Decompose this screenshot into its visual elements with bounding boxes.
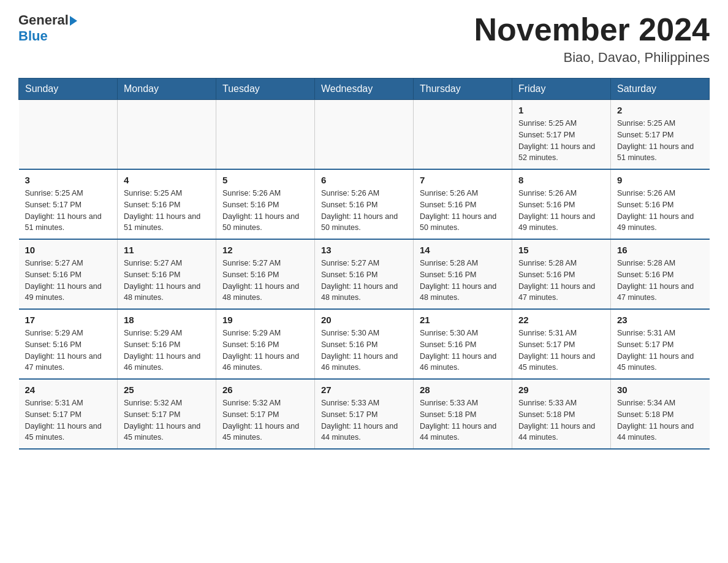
calendar-cell: 22Sunrise: 5:31 AM Sunset: 5:17 PM Dayli… — [512, 309, 611, 379]
col-friday: Friday — [512, 79, 611, 100]
calendar-cell — [118, 100, 216, 170]
calendar-cell: 4Sunrise: 5:25 AM Sunset: 5:16 PM Daylig… — [118, 169, 216, 239]
main-title: November 2024 — [474, 12, 710, 47]
title-block: November 2024 Biao, Davao, Philippines — [474, 12, 710, 66]
day-number: 18 — [124, 315, 210, 325]
day-number: 21 — [420, 315, 506, 325]
calendar-cell — [414, 100, 512, 170]
calendar-cell — [216, 100, 315, 170]
calendar-week-row: 10Sunrise: 5:27 AM Sunset: 5:16 PM Dayli… — [19, 239, 710, 309]
calendar-cell: 17Sunrise: 5:29 AM Sunset: 5:16 PM Dayli… — [19, 309, 118, 379]
calendar-cell: 30Sunrise: 5:34 AM Sunset: 5:18 PM Dayli… — [611, 379, 710, 449]
day-info: Sunrise: 5:27 AM Sunset: 5:16 PM Dayligh… — [124, 258, 210, 304]
calendar-week-row: 3Sunrise: 5:25 AM Sunset: 5:17 PM Daylig… — [19, 169, 710, 239]
col-wednesday: Wednesday — [315, 79, 414, 100]
calendar-cell: 26Sunrise: 5:32 AM Sunset: 5:17 PM Dayli… — [216, 379, 315, 449]
col-monday: Monday — [118, 79, 216, 100]
day-info: Sunrise: 5:28 AM Sunset: 5:16 PM Dayligh… — [617, 258, 703, 304]
day-number: 8 — [518, 175, 604, 185]
day-info: Sunrise: 5:29 AM Sunset: 5:16 PM Dayligh… — [124, 327, 210, 373]
logo-text: General — [18, 12, 77, 28]
calendar-cell: 20Sunrise: 5:30 AM Sunset: 5:16 PM Dayli… — [315, 309, 414, 379]
calendar-cell: 1Sunrise: 5:25 AM Sunset: 5:17 PM Daylig… — [512, 100, 611, 170]
day-info: Sunrise: 5:32 AM Sunset: 5:17 PM Dayligh… — [222, 397, 308, 443]
day-info: Sunrise: 5:25 AM Sunset: 5:17 PM Dayligh… — [25, 188, 112, 234]
calendar-cell: 2Sunrise: 5:25 AM Sunset: 5:17 PM Daylig… — [611, 100, 710, 170]
day-info: Sunrise: 5:30 AM Sunset: 5:16 PM Dayligh… — [321, 327, 407, 373]
day-number: 22 — [518, 315, 604, 325]
calendar-cell: 21Sunrise: 5:30 AM Sunset: 5:16 PM Dayli… — [414, 309, 512, 379]
day-info: Sunrise: 5:34 AM Sunset: 5:18 PM Dayligh… — [617, 397, 703, 443]
calendar-cell: 27Sunrise: 5:33 AM Sunset: 5:17 PM Dayli… — [315, 379, 414, 449]
day-number: 24 — [25, 385, 112, 395]
header-row: Sunday Monday Tuesday Wednesday Thursday… — [19, 79, 710, 100]
calendar-cell: 16Sunrise: 5:28 AM Sunset: 5:16 PM Dayli… — [611, 239, 710, 309]
day-number: 15 — [518, 245, 604, 255]
day-info: Sunrise: 5:26 AM Sunset: 5:16 PM Dayligh… — [321, 188, 407, 234]
calendar-cell: 19Sunrise: 5:29 AM Sunset: 5:16 PM Dayli… — [216, 309, 315, 379]
calendar-cell: 24Sunrise: 5:31 AM Sunset: 5:17 PM Dayli… — [19, 379, 118, 449]
day-info: Sunrise: 5:28 AM Sunset: 5:16 PM Dayligh… — [420, 258, 506, 304]
day-number: 3 — [25, 175, 112, 185]
calendar-header: Sunday Monday Tuesday Wednesday Thursday… — [19, 79, 710, 100]
day-info: Sunrise: 5:27 AM Sunset: 5:16 PM Dayligh… — [222, 258, 308, 304]
calendar-cell: 28Sunrise: 5:33 AM Sunset: 5:18 PM Dayli… — [414, 379, 512, 449]
logo-blue-text: Blue — [18, 28, 48, 44]
day-info: Sunrise: 5:31 AM Sunset: 5:17 PM Dayligh… — [617, 327, 703, 373]
day-info: Sunrise: 5:25 AM Sunset: 5:17 PM Dayligh… — [518, 118, 604, 164]
day-number: 2 — [617, 105, 703, 115]
calendar-cell: 25Sunrise: 5:32 AM Sunset: 5:17 PM Dayli… — [118, 379, 216, 449]
day-info: Sunrise: 5:27 AM Sunset: 5:16 PM Dayligh… — [25, 258, 112, 304]
calendar-cell: 23Sunrise: 5:31 AM Sunset: 5:17 PM Dayli… — [611, 309, 710, 379]
day-info: Sunrise: 5:29 AM Sunset: 5:16 PM Dayligh… — [222, 327, 308, 373]
day-number: 27 — [321, 385, 407, 395]
calendar-cell: 15Sunrise: 5:28 AM Sunset: 5:16 PM Dayli… — [512, 239, 611, 309]
day-number: 28 — [420, 385, 506, 395]
day-number: 6 — [321, 175, 407, 185]
calendar-cell: 5Sunrise: 5:26 AM Sunset: 5:16 PM Daylig… — [216, 169, 315, 239]
calendar-cell: 3Sunrise: 5:25 AM Sunset: 5:17 PM Daylig… — [19, 169, 118, 239]
day-info: Sunrise: 5:28 AM Sunset: 5:16 PM Dayligh… — [518, 258, 604, 304]
day-number: 11 — [124, 245, 210, 255]
day-info: Sunrise: 5:33 AM Sunset: 5:18 PM Dayligh… — [518, 397, 604, 443]
day-info: Sunrise: 5:33 AM Sunset: 5:17 PM Dayligh… — [321, 397, 407, 443]
day-info: Sunrise: 5:32 AM Sunset: 5:17 PM Dayligh… — [124, 397, 210, 443]
calendar-cell: 11Sunrise: 5:27 AM Sunset: 5:16 PM Dayli… — [118, 239, 216, 309]
day-number: 26 — [222, 385, 308, 395]
calendar-cell: 18Sunrise: 5:29 AM Sunset: 5:16 PM Dayli… — [118, 309, 216, 379]
day-info: Sunrise: 5:25 AM Sunset: 5:16 PM Dayligh… — [124, 188, 210, 234]
day-number: 29 — [518, 385, 604, 395]
day-info: Sunrise: 5:26 AM Sunset: 5:16 PM Dayligh… — [617, 188, 703, 234]
day-number: 23 — [617, 315, 703, 325]
day-number: 5 — [222, 175, 308, 185]
day-number: 19 — [222, 315, 308, 325]
day-info: Sunrise: 5:26 AM Sunset: 5:16 PM Dayligh… — [518, 188, 604, 234]
calendar-cell: 10Sunrise: 5:27 AM Sunset: 5:16 PM Dayli… — [19, 239, 118, 309]
col-sunday: Sunday — [19, 79, 118, 100]
day-info: Sunrise: 5:26 AM Sunset: 5:16 PM Dayligh… — [420, 188, 506, 234]
calendar-table: Sunday Monday Tuesday Wednesday Thursday… — [18, 78, 710, 450]
day-info: Sunrise: 5:27 AM Sunset: 5:16 PM Dayligh… — [321, 258, 407, 304]
calendar-cell: 8Sunrise: 5:26 AM Sunset: 5:16 PM Daylig… — [512, 169, 611, 239]
day-number: 14 — [420, 245, 506, 255]
col-saturday: Saturday — [611, 79, 710, 100]
calendar-week-row: 17Sunrise: 5:29 AM Sunset: 5:16 PM Dayli… — [19, 309, 710, 379]
day-info: Sunrise: 5:25 AM Sunset: 5:17 PM Dayligh… — [617, 118, 703, 164]
logo-arrow-icon — [70, 16, 77, 26]
subtitle: Biao, Davao, Philippines — [474, 50, 710, 66]
day-number: 17 — [25, 315, 112, 325]
day-info: Sunrise: 5:31 AM Sunset: 5:17 PM Dayligh… — [518, 327, 604, 373]
day-number: 30 — [617, 385, 703, 395]
col-tuesday: Tuesday — [216, 79, 315, 100]
day-info: Sunrise: 5:31 AM Sunset: 5:17 PM Dayligh… — [25, 397, 112, 443]
calendar-body: 1Sunrise: 5:25 AM Sunset: 5:17 PM Daylig… — [19, 100, 710, 450]
calendar-cell: 6Sunrise: 5:26 AM Sunset: 5:16 PM Daylig… — [315, 169, 414, 239]
calendar-cell: 13Sunrise: 5:27 AM Sunset: 5:16 PM Dayli… — [315, 239, 414, 309]
day-number: 7 — [420, 175, 506, 185]
calendar-cell: 12Sunrise: 5:27 AM Sunset: 5:16 PM Dayli… — [216, 239, 315, 309]
day-number: 20 — [321, 315, 407, 325]
logo: General Blue — [18, 12, 77, 44]
calendar-cell: 7Sunrise: 5:26 AM Sunset: 5:16 PM Daylig… — [414, 169, 512, 239]
day-number: 13 — [321, 245, 407, 255]
day-number: 10 — [25, 245, 112, 255]
